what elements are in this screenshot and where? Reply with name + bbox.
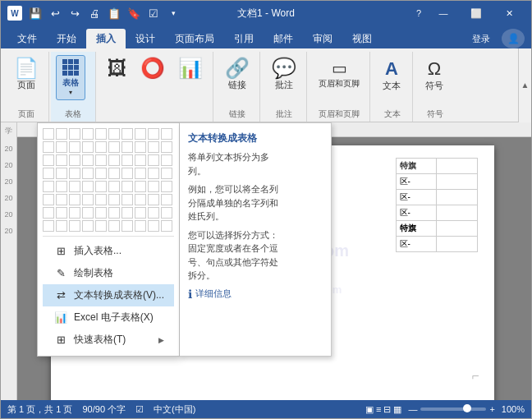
close-button[interactable]: ✕ bbox=[493, 3, 525, 23]
hyperlink-button[interactable]: 🔗 链接 bbox=[220, 55, 255, 94]
textbox-button[interactable]: A 文本 bbox=[377, 55, 406, 95]
grid-cell[interactable] bbox=[95, 168, 107, 179]
grid-cell[interactable] bbox=[69, 194, 80, 205]
zoom-thumb[interactable] bbox=[463, 404, 471, 412]
menu-item-insert-table[interactable]: ⊞ 插入表格... bbox=[43, 240, 174, 262]
grid-cell[interactable] bbox=[95, 181, 107, 192]
grid-cell[interactable] bbox=[43, 220, 54, 232]
grid-cell[interactable] bbox=[56, 154, 67, 166]
grid-cell[interactable] bbox=[122, 141, 133, 153]
grid-cell[interactable] bbox=[43, 181, 54, 192]
tab-file[interactable]: 文件 bbox=[7, 29, 47, 48]
grid-cell[interactable] bbox=[69, 220, 80, 232]
grid-cell[interactable] bbox=[56, 194, 67, 205]
grid-cell[interactable] bbox=[82, 220, 94, 232]
symbol-button[interactable]: Ω 符号 bbox=[420, 55, 449, 95]
grid-cell[interactable] bbox=[161, 168, 172, 179]
grid-cell[interactable] bbox=[56, 220, 67, 232]
grid-cell[interactable] bbox=[135, 207, 146, 219]
grid-cell[interactable] bbox=[122, 220, 133, 232]
zoom-plus[interactable]: + bbox=[489, 404, 494, 414]
tab-design[interactable]: 设计 bbox=[126, 29, 165, 48]
grid-cell[interactable] bbox=[148, 194, 159, 205]
save-button[interactable]: 💾 bbox=[27, 5, 44, 21]
grid-cell[interactable] bbox=[108, 181, 120, 192]
grid-cell[interactable] bbox=[135, 141, 146, 153]
grid-cell[interactable] bbox=[69, 141, 80, 153]
grid-cell[interactable] bbox=[82, 207, 94, 219]
scroll-up-arrow[interactable]: ▲ bbox=[521, 81, 530, 90]
undo-button[interactable]: ↩ bbox=[47, 5, 63, 21]
grid-cell[interactable] bbox=[148, 220, 159, 232]
grid-cell[interactable] bbox=[122, 168, 133, 179]
table-insert-grid[interactable] bbox=[43, 128, 174, 233]
grid-cell[interactable] bbox=[95, 141, 107, 153]
shapes-button[interactable]: ⭕ bbox=[135, 55, 170, 82]
grid-cell[interactable] bbox=[161, 181, 172, 192]
tab-layout[interactable]: 页面布局 bbox=[165, 29, 224, 48]
user-avatar[interactable]: 👤 bbox=[502, 29, 525, 48]
grid-cell[interactable] bbox=[43, 207, 54, 219]
view-btn-web[interactable]: ≡ bbox=[376, 404, 381, 415]
grid-cell[interactable] bbox=[95, 154, 107, 166]
grid-cell[interactable] bbox=[43, 154, 54, 166]
grid-cell[interactable] bbox=[148, 154, 159, 166]
menu-item-draw-table[interactable]: ✎ 绘制表格 bbox=[43, 262, 174, 284]
grid-cell[interactable] bbox=[122, 181, 133, 192]
redo-button[interactable]: ↪ bbox=[66, 5, 83, 21]
grid-cell[interactable] bbox=[82, 128, 94, 140]
chart-button[interactable]: 📊 bbox=[173, 55, 208, 82]
grid-cell[interactable] bbox=[161, 154, 172, 166]
grid-cell[interactable] bbox=[108, 220, 120, 232]
login-button[interactable]: 登录 bbox=[467, 31, 495, 47]
grid-cell[interactable] bbox=[69, 207, 80, 219]
tooltip-detail-link[interactable]: ℹ 详细信息 bbox=[188, 288, 323, 301]
grid-cell[interactable] bbox=[43, 128, 54, 140]
menu-item-quick-table[interactable]: ⊞ 快速表格(T) ▶ bbox=[43, 329, 174, 351]
tab-home[interactable]: 开始 bbox=[47, 29, 86, 48]
grid-cell[interactable] bbox=[135, 168, 146, 179]
qa-extra3[interactable]: ☑ bbox=[145, 5, 162, 21]
grid-cell[interactable] bbox=[56, 181, 67, 192]
zoom-slider[interactable]: — + bbox=[408, 404, 494, 414]
grid-cell[interactable] bbox=[135, 220, 146, 232]
spell-check-icon[interactable]: ☑ bbox=[135, 404, 144, 415]
tab-mail[interactable]: 邮件 bbox=[264, 29, 303, 48]
grid-cell[interactable] bbox=[82, 154, 94, 166]
help-button[interactable]: ? bbox=[411, 7, 426, 20]
grid-cell[interactable] bbox=[82, 141, 94, 153]
grid-cell[interactable] bbox=[95, 220, 107, 232]
grid-cell[interactable] bbox=[108, 141, 120, 153]
grid-cell[interactable] bbox=[135, 181, 146, 192]
grid-cell[interactable] bbox=[82, 194, 94, 205]
grid-cell[interactable] bbox=[82, 181, 94, 192]
grid-cell[interactable] bbox=[56, 168, 67, 179]
grid-cell[interactable] bbox=[148, 181, 159, 192]
grid-cell[interactable] bbox=[122, 194, 133, 205]
grid-cell[interactable] bbox=[69, 154, 80, 166]
grid-cell[interactable] bbox=[135, 194, 146, 205]
print-button[interactable]: 🖨 bbox=[86, 5, 103, 21]
grid-cell[interactable] bbox=[122, 207, 133, 219]
grid-cell[interactable] bbox=[122, 128, 133, 140]
tab-references[interactable]: 引用 bbox=[224, 29, 264, 48]
grid-cell[interactable] bbox=[148, 128, 159, 140]
grid-cell[interactable] bbox=[43, 141, 54, 153]
grid-cell[interactable] bbox=[135, 154, 146, 166]
grid-cell[interactable] bbox=[69, 181, 80, 192]
comment-button[interactable]: 💬 批注 bbox=[267, 55, 301, 94]
grid-cell[interactable] bbox=[108, 168, 120, 179]
grid-cell[interactable] bbox=[148, 168, 159, 179]
qa-extra2[interactable]: 🔖 bbox=[126, 5, 142, 21]
grid-cell[interactable] bbox=[95, 194, 107, 205]
menu-item-convert-text[interactable]: ⇄ 文本转换成表格(V)... bbox=[43, 284, 174, 306]
pages-button[interactable]: 📄 页面 bbox=[9, 55, 44, 94]
view-btn-read[interactable]: ⊟ bbox=[383, 404, 391, 415]
tab-review[interactable]: 审阅 bbox=[303, 29, 342, 48]
grid-cell[interactable] bbox=[95, 207, 107, 219]
qa-extra1[interactable]: 📋 bbox=[106, 5, 122, 21]
grid-cell[interactable] bbox=[161, 141, 172, 153]
grid-cell[interactable] bbox=[148, 207, 159, 219]
minimize-button[interactable]: — bbox=[428, 3, 459, 23]
grid-cell[interactable] bbox=[69, 128, 80, 140]
